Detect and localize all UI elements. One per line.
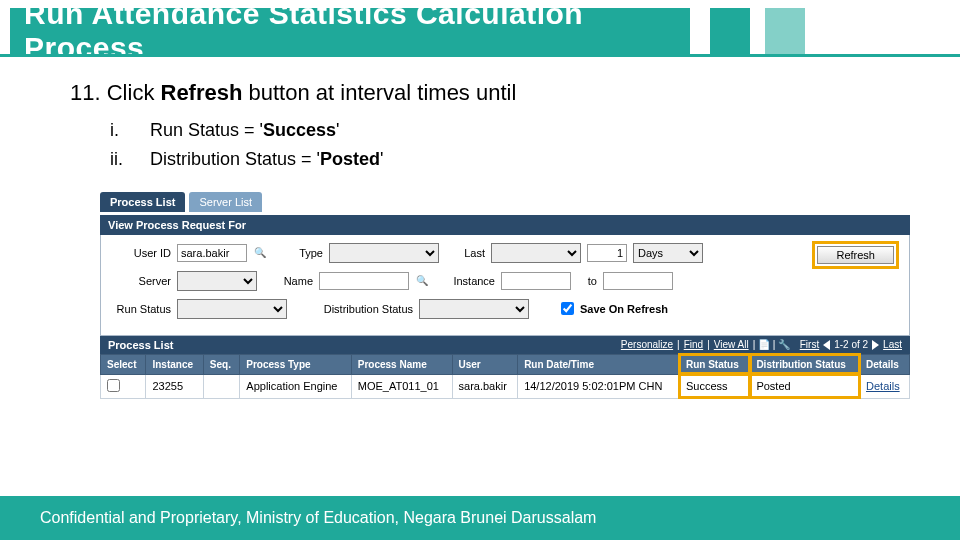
row-select-checkbox[interactable] — [107, 379, 120, 392]
sub-bold: Posted — [320, 149, 380, 169]
tab-process-list[interactable]: Process List — [100, 192, 185, 212]
label-last: Last — [445, 247, 485, 259]
col-dist-status[interactable]: Distribution Status — [750, 354, 860, 374]
col-seq[interactable]: Seq. — [203, 354, 240, 374]
cell-seq — [203, 374, 240, 398]
last-n-input[interactable] — [587, 244, 627, 262]
refresh-button[interactable]: Refresh — [817, 246, 894, 264]
label-run-status: Run Status — [111, 303, 171, 315]
cell-user: sara.bakir — [452, 374, 518, 398]
title-underline — [0, 54, 960, 57]
step-text-after: button at interval times until — [242, 80, 516, 105]
sub-step-ii: ii. Distribution Status = 'Posted' — [110, 145, 900, 174]
label-save-on-refresh: Save On Refresh — [580, 303, 668, 315]
table-header-row: Select Instance Seq. Process Type Proces… — [101, 354, 910, 374]
run-status-select[interactable] — [177, 299, 287, 319]
lookup-icon[interactable]: 🔍 — [415, 274, 429, 288]
col-process-type[interactable]: Process Type — [240, 354, 351, 374]
instance-to-input[interactable] — [603, 272, 673, 290]
footer-text: Confidential and Proprietary, Ministry o… — [40, 509, 596, 527]
process-list-header: Process List Personalize | Find | View A… — [100, 336, 910, 354]
lookup-icon[interactable]: 🔍 — [253, 246, 267, 260]
server-select[interactable] — [177, 271, 257, 291]
type-select[interactable] — [329, 243, 439, 263]
label-name: Name — [263, 275, 313, 287]
app-screenshot: Process List Server List View Process Re… — [100, 192, 910, 399]
days-select[interactable]: Days — [633, 243, 703, 263]
sub-post: ' — [380, 149, 383, 169]
dist-status-select[interactable] — [419, 299, 529, 319]
step-text-before: Click — [107, 80, 161, 105]
col-process-name[interactable]: Process Name — [351, 354, 452, 374]
view-all-link[interactable]: View All — [714, 339, 749, 350]
step-number: 11. — [70, 80, 101, 105]
label-user-id: User ID — [111, 247, 171, 259]
details-link[interactable]: Details — [866, 380, 900, 392]
section-view-request: View Process Request For — [100, 215, 910, 235]
cell-datetime: 14/12/2019 5:02:01PM CHN — [518, 374, 680, 398]
personalize-link[interactable]: Personalize — [621, 339, 673, 350]
sub-step-list: i. Run Status = 'Success' ii. Distributi… — [110, 116, 900, 174]
filter-panel: Refresh User ID 🔍 Type Last Days Server … — [100, 235, 910, 336]
label-type: Type — [273, 247, 323, 259]
col-instance[interactable]: Instance — [146, 354, 203, 374]
col-user[interactable]: User — [452, 354, 518, 374]
cell-process-type: Application Engine — [240, 374, 351, 398]
last-link[interactable]: Last — [883, 339, 902, 350]
label-instance: Instance — [435, 275, 495, 287]
label-dist-status: Distribution Status — [293, 303, 413, 315]
save-on-refresh-checkbox[interactable] — [561, 302, 574, 315]
cell-instance: 23255 — [146, 374, 203, 398]
sub-step-i: i. Run Status = 'Success' — [110, 116, 900, 145]
range-text: 1-2 of 2 — [834, 339, 868, 350]
cell-dist-status: Posted — [750, 374, 860, 398]
table-row: 23255 Application Engine MOE_AT011_01 sa… — [101, 374, 910, 398]
refresh-highlight: Refresh — [812, 241, 899, 269]
label-server: Server — [111, 275, 171, 287]
title-bar: Run Attendance Statistics Calculation Pr… — [0, 0, 960, 60]
sub-num: ii. — [110, 145, 150, 174]
prev-icon[interactable] — [823, 340, 830, 350]
process-table: Select Instance Seq. Process Type Proces… — [100, 354, 910, 399]
sub-pre: Run Status = ' — [150, 120, 263, 140]
next-icon[interactable] — [872, 340, 879, 350]
instruction-content: 11. Click Refresh button at interval tim… — [0, 60, 960, 399]
last-select[interactable] — [491, 243, 581, 263]
tab-server-list[interactable]: Server List — [189, 192, 262, 212]
user-id-input[interactable] — [177, 244, 247, 262]
title-background: Run Attendance Statistics Calculation Pr… — [10, 8, 690, 54]
step-text-bold: Refresh — [161, 80, 243, 105]
first-link[interactable]: First — [800, 339, 819, 350]
col-run-datetime[interactable]: Run Date/Time — [518, 354, 680, 374]
sub-pre: Distribution Status = ' — [150, 149, 320, 169]
sub-post: ' — [336, 120, 339, 140]
find-link[interactable]: Find — [684, 339, 703, 350]
step-11: 11. Click Refresh button at interval tim… — [70, 80, 900, 106]
cell-process-name: MOE_AT011_01 — [351, 374, 452, 398]
list-nav: Personalize | Find | View All | 📄 | 🔧 Fi… — [621, 339, 902, 350]
name-input[interactable] — [319, 272, 409, 290]
cell-run-status: Success — [679, 374, 749, 398]
footer-bar: Confidential and Proprietary, Ministry o… — [0, 496, 960, 540]
title-accent-block-light — [765, 8, 805, 54]
col-run-status[interactable]: Run Status — [679, 354, 749, 374]
instance-from-input[interactable] — [501, 272, 571, 290]
section-process-list: Process List — [108, 339, 173, 351]
sub-num: i. — [110, 116, 150, 145]
col-details[interactable]: Details — [860, 354, 910, 374]
label-to: to — [577, 275, 597, 287]
sub-bold: Success — [263, 120, 336, 140]
col-select[interactable]: Select — [101, 354, 146, 374]
title-accent-block — [710, 8, 750, 54]
tab-strip: Process List Server List — [100, 192, 910, 213]
